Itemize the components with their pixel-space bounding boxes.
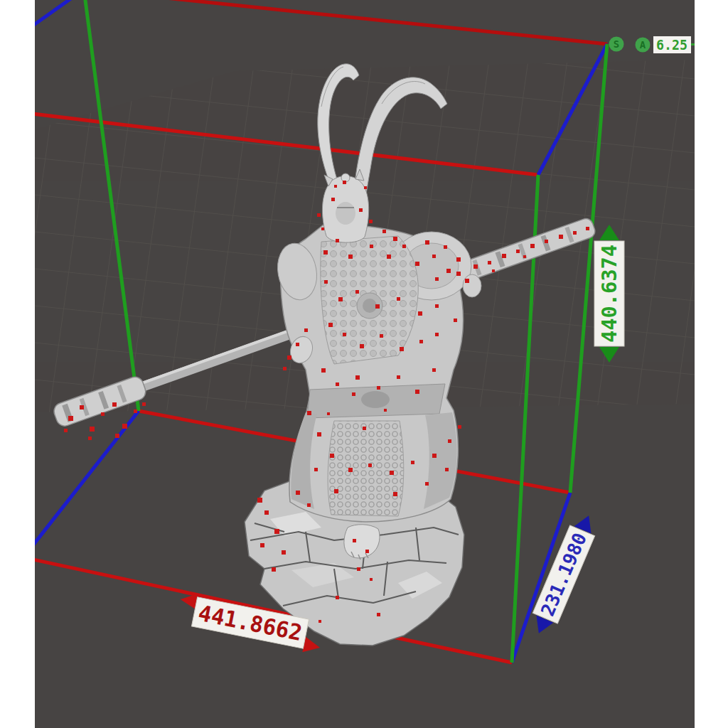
height-value: 440.6374 [597,245,621,343]
value-display-text: 6.25 [656,36,687,53]
3d-viewport[interactable]: 441.8662 440.6374 231.1980 S [35,0,695,728]
height-dimension-label[interactable]: 440.6374 [594,225,624,363]
a-button-label: A [640,39,646,50]
height-arrow-bottom-icon [599,347,619,363]
a-button[interactable]: A [636,38,651,53]
height-arrow-top-icon [599,225,619,240]
s-button-label: S [614,38,619,50]
model-body [273,169,481,522]
value-display[interactable]: 6.25 [653,36,695,53]
value-tick-icon [691,43,695,46]
screenshot-stage: 441.8662 440.6374 231.1980 S [0,0,728,728]
depth-dimension-label[interactable]: 231.1980 [526,510,601,639]
hud-controls: S A 6.25 [609,36,695,53]
s-button[interactable]: S [609,37,624,52]
scene-canvas: 441.8662 440.6374 231.1980 S [35,0,695,728]
